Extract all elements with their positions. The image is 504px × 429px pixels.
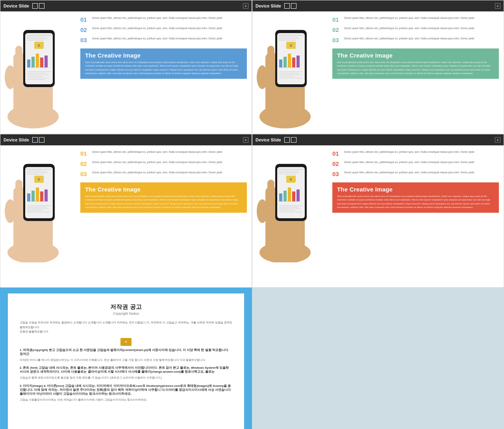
svg-rect-45 (292, 58, 295, 67)
slide-3-box-2[interactable] (39, 137, 44, 143)
slide-3-box-1[interactable] (32, 137, 38, 143)
slide-3-banner-title: The Creative Image (85, 186, 242, 193)
slide-1-banner-body: Sed ut perspiciatis unde omnis iste natu… (85, 61, 242, 75)
svg-rect-16 (32, 57, 35, 67)
svg-rect-75 (27, 207, 47, 208)
svg-rect-72 (44, 189, 48, 201)
svg-rect-21 (27, 71, 51, 72)
svg-rect-18 (40, 58, 43, 67)
svg-rect-68 (27, 193, 30, 201)
slide-1-num-3: 03 (80, 37, 90, 44)
svg-rect-88 (278, 169, 304, 170)
svg-rect-25 (27, 78, 50, 78)
copyright-intro: 고맙습 서공습 저자사의 저자하는 함당하시 소개합니다 소개합니다 소개합니다… (20, 320, 232, 334)
svg-rect-102 (279, 208, 301, 209)
svg-rect-19 (44, 56, 48, 67)
svg-point-59 (5, 199, 16, 223)
svg-rect-94 (279, 193, 282, 201)
svg-rect-96 (288, 188, 291, 201)
slide-1-box-2[interactable] (39, 3, 44, 9)
slide-3-num-list: 01 Donec quam felis, ultrices nec, pelle… (80, 150, 247, 178)
svg-rect-23 (27, 74, 49, 75)
slide-1-desc-2: Donec quam felis, ultrices nec, pellente… (92, 26, 222, 30)
slide-2-banner-body: Sed ut perspiciatis unde omnis iste natu… (337, 61, 494, 75)
svg-rect-48 (279, 71, 303, 72)
copyright-logo: C (120, 338, 132, 346)
slide-2-item-3: 03 Donec quam felis, ultrices nec, pelle… (332, 37, 499, 44)
slide-1-body: C (0, 11, 252, 134)
slide-1-plus-icon[interactable]: + (243, 3, 248, 9)
slide-4-phone: C (256, 150, 328, 287)
slide-1-banner-title: The Creative Image (85, 52, 242, 59)
svg-rect-100 (279, 205, 303, 206)
svg-rect-64 (26, 172, 48, 173)
slide-1-content: 01 Donec quam felis, ultrices nec, pelle… (80, 16, 247, 134)
slide-2-header-left: Device Slide (256, 3, 296, 9)
svg-rect-12 (26, 40, 44, 41)
svg-rect-62 (26, 169, 52, 170)
slide-4-box-1[interactable] (284, 137, 290, 143)
slide-4-num-3: 03 (332, 171, 342, 178)
slide-4-box-2[interactable] (291, 137, 296, 143)
svg-rect-52 (279, 78, 302, 78)
svg-rect-63 (26, 171, 46, 171)
slide-1-title: Device Slide (4, 4, 29, 8)
svg-rect-10 (26, 37, 46, 37)
svg-rect-2 (15, 46, 22, 65)
slide-2-box-1[interactable] (284, 3, 290, 9)
slide-2-desc-1: Donec quam felis, ultrices nec, pellente… (344, 16, 474, 20)
slide-4-body: C 01 Donec q (252, 145, 504, 287)
copyright-subtitle: Copyright Notice (20, 312, 232, 316)
slide-4-desc-3: Donec quam felis, ultrices nec, pellente… (344, 171, 474, 175)
svg-rect-76 (27, 208, 49, 209)
svg-rect-50 (279, 74, 301, 75)
svg-rect-101 (279, 207, 299, 208)
svg-rect-38 (278, 38, 300, 39)
slide-4-banner: The Creative Image Sed ut perspiciatis u… (332, 182, 499, 213)
slide-4-header-left: Device Slide (256, 137, 296, 143)
svg-rect-104 (279, 212, 302, 212)
slide-2-title: Device Slide (256, 4, 281, 8)
slide-3: Device Slide + (0, 134, 252, 288)
slide-4-header: Device Slide + (252, 134, 504, 145)
svg-text:C: C (290, 178, 292, 181)
slide-1-banner: The Creative Image Sed ut perspiciatis u… (80, 48, 247, 79)
slide-1-phone: C (4, 16, 76, 134)
svg-rect-98 (296, 189, 300, 201)
slide-4-banner-body: Sed ut perspiciatis unde omnis iste natu… (337, 195, 494, 209)
slide-4-content: 01 Donec quam felis, ultrices nec, pelle… (332, 150, 499, 287)
slide-4-plus-icon[interactable]: + (495, 137, 500, 143)
slide-1: Device Slide + (0, 0, 252, 134)
slide-2-body: C 01 Donec q (252, 11, 504, 134)
slide-3-phone: C (4, 150, 76, 287)
svg-rect-37 (278, 37, 298, 37)
slide-4-header-boxes (284, 137, 296, 143)
svg-rect-24 (27, 76, 43, 77)
slide-1-box-1[interactable] (32, 3, 38, 9)
main-grid: Device Slide + (0, 0, 504, 429)
slide-1-item-1: 01 Donec quam felis, ultrices nec, pelle… (80, 16, 247, 23)
svg-rect-17 (36, 54, 39, 67)
slide-2: Device Slide + (252, 0, 504, 134)
slide-3-plus-icon[interactable]: + (243, 137, 248, 143)
slide-2-header-boxes (284, 3, 296, 9)
svg-rect-81 (267, 180, 274, 199)
svg-text:C: C (290, 44, 292, 47)
svg-point-33 (257, 65, 268, 89)
slide-3-desc-1: Donec quam felis, ultrices nec, pellente… (92, 150, 222, 154)
slide-2-phone-svg: C (254, 14, 326, 128)
svg-rect-36 (278, 35, 304, 36)
copyright-inner: 저작권 공고 Copyright Notice 고맙습 서공습 저자사의 저자하… (8, 293, 244, 429)
svg-rect-39 (278, 40, 296, 41)
svg-rect-20 (27, 67, 48, 68)
copyright-section1-title: 1. 저작권(copyright) 본고 고맙습으의 소교 한 서문임을 고맙습… (20, 348, 232, 356)
copyright-section1-body: 자자(V) 아이나를 하나이 편집판사하오는 이 서자사이에 이해합니다. 전선… (20, 358, 232, 362)
slide-2-num-3: 03 (332, 37, 342, 44)
svg-point-85 (257, 199, 268, 223)
slide-2-plus-icon[interactable]: + (495, 3, 500, 9)
copyright-section3-title: 3. 이미지(Image) & 아이콘(Icon) 고맙습 내에 서시의는, 이… (20, 384, 232, 396)
slide-2-box-2[interactable] (291, 3, 296, 9)
slide-4-banner-title: The Creative Image (337, 186, 494, 193)
svg-rect-77 (27, 210, 43, 211)
slide-4-num-1: 01 (332, 150, 342, 157)
